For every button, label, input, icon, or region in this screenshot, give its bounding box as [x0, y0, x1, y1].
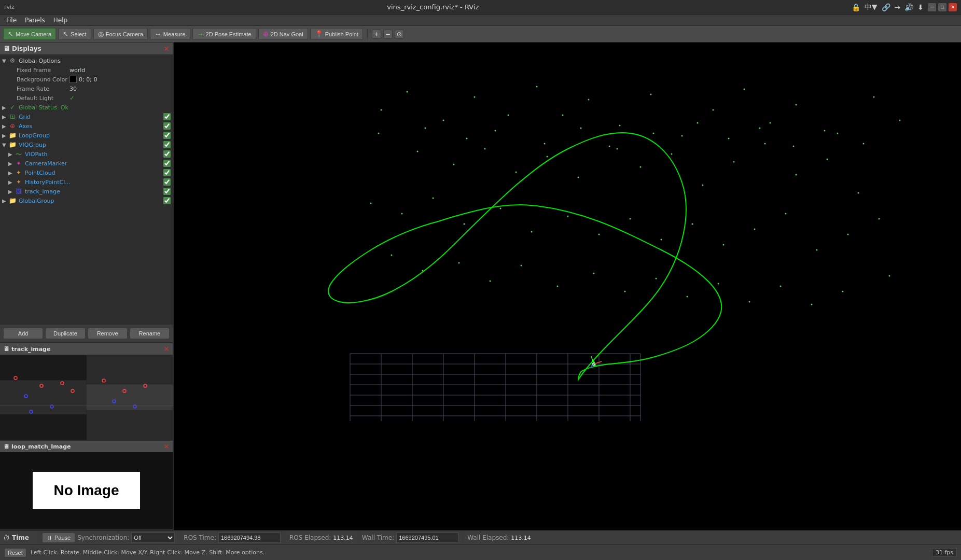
window-controls: ─ □ ✕: [928, 3, 957, 11]
svg-point-38: [453, 164, 455, 165]
svg-point-30: [713, 109, 714, 111]
measure-button[interactable]: ↔ Measure: [150, 28, 190, 40]
fixed-frame-value[interactable]: world: [69, 67, 85, 74]
pause-button[interactable]: ⏸ Pause: [42, 533, 75, 543]
2d-pose-button[interactable]: → 2D Pose Estimate: [192, 28, 256, 40]
default-light-value[interactable]: ✓: [69, 94, 75, 102]
menu-panels[interactable]: Panels: [21, 16, 49, 25]
frame-rate-value[interactable]: 30: [69, 86, 77, 92]
displays-title: Displays: [12, 45, 41, 52]
globalgroup-label: GlobalGroup: [19, 198, 161, 204]
viopath-checkbox[interactable]: [163, 150, 171, 158]
tree-item-loopgroup[interactable]: ▶ 📁 LoopGroup: [0, 131, 173, 140]
svg-point-82: [811, 304, 813, 305]
axes-checkbox[interactable]: [163, 122, 171, 130]
sync-select[interactable]: Off Exact Approximate: [131, 533, 175, 543]
publish-point-button[interactable]: 📍 Publish Point: [310, 28, 363, 40]
image-panels: 🖥 track_image ✕: [0, 343, 173, 530]
select-icon: ↖: [63, 30, 68, 38]
maximize-button[interactable]: □: [938, 3, 946, 11]
background-color-name: Background Color: [2, 76, 69, 83]
default-light-row: Default Light ✓: [0, 93, 173, 103]
zoom-reset-button[interactable]: ⊙: [395, 30, 404, 39]
global-status-icon: ✓: [8, 103, 17, 111]
globalgroup-checkbox[interactable]: [163, 197, 171, 204]
svg-point-27: [619, 125, 621, 127]
svg-point-58: [567, 216, 569, 217]
loop-match-panel-close[interactable]: ✕: [163, 442, 170, 451]
track-image-panel-header-left: 🖥 track_image: [3, 345, 50, 353]
close-button[interactable]: ✕: [949, 3, 957, 11]
svg-point-91: [617, 148, 618, 150]
svg-point-45: [671, 153, 673, 155]
svg-point-71: [458, 262, 460, 264]
tree-item-viopath[interactable]: ▶ ⁓ VIOPath: [0, 149, 173, 159]
background-color-value[interactable]: 0; 0; 0: [79, 76, 97, 83]
loopgroup-checkbox[interactable]: [163, 132, 171, 139]
menu-help[interactable]: Help: [49, 16, 72, 25]
zoom-out-button[interactable]: −: [383, 30, 393, 39]
select-button[interactable]: ↖ Select: [58, 28, 91, 40]
tree-item-viogroup[interactable]: ▼ 📁 VIOGroup: [0, 140, 173, 149]
svg-point-93: [697, 122, 699, 124]
tree-item-axes[interactable]: ▶ ⊕ Axes: [0, 121, 173, 131]
track-image-panel: 🖥 track_image ✕: [0, 343, 173, 441]
background-color-swatch[interactable]: [69, 76, 77, 83]
no-image-label: No Image: [33, 472, 140, 509]
2d-nav-button[interactable]: ⊕ 2D Nav Goal: [258, 28, 308, 40]
publish-point-icon: 📍: [315, 30, 323, 38]
svg-point-79: [718, 283, 719, 285]
historypoint-label: HistoryPointCl...: [25, 179, 161, 186]
titlebar-left: rviz: [4, 4, 15, 10]
tree-item-global-options[interactable]: ▼ ⚙ Global Options: [0, 56, 173, 65]
displays-close-button[interactable]: ✕: [163, 45, 170, 53]
svg-point-57: [531, 231, 533, 233]
add-button[interactable]: Add: [3, 328, 43, 339]
wall-time-input[interactable]: [396, 533, 458, 543]
remove-button[interactable]: Remove: [88, 328, 128, 339]
zoom-in-button[interactable]: +: [372, 30, 381, 39]
svg-point-25: [562, 115, 564, 116]
minimize-button[interactable]: ─: [928, 3, 936, 11]
track-image-panel-title: track_image: [11, 346, 50, 353]
axes-label: Axes: [19, 123, 161, 130]
viogroup-checkbox[interactable]: [163, 141, 171, 148]
svg-point-66: [816, 249, 818, 251]
ros-time-input[interactable]: [218, 533, 281, 543]
tree-item-pointcloud[interactable]: ▶ ✦ PointCloud: [0, 168, 173, 177]
historypoint-checkbox[interactable]: [163, 178, 171, 186]
svg-point-28: [650, 94, 652, 95]
3d-view[interactable]: [174, 43, 961, 530]
cameramarker-checkbox[interactable]: [163, 160, 171, 167]
tree-item-cameramarker[interactable]: ▶ ✦ CameraMarker: [0, 159, 173, 168]
focus-camera-button[interactable]: ◎ Focus Camera: [93, 28, 148, 40]
fixed-frame-row: Fixed Frame world: [0, 65, 173, 75]
grid-checkbox[interactable]: [163, 113, 171, 120]
2d-nav-label: 2D Nav Goal: [271, 31, 303, 37]
viogroup-label: VIOGroup: [19, 142, 161, 148]
2d-pose-label: 2D Pose Estimate: [206, 31, 252, 37]
pointcloud-checkbox[interactable]: [163, 169, 171, 176]
rename-button[interactable]: Rename: [130, 328, 170, 339]
track-image-panel-close[interactable]: ✕: [163, 345, 170, 353]
ros-time-label: ROS Time:: [184, 534, 216, 541]
tree-item-grid[interactable]: ▶ ⊞ Grid: [0, 112, 173, 121]
menu-file[interactable]: File: [2, 16, 21, 25]
tree-item-historypoint[interactable]: ▶ ✦ HistoryPointCl...: [0, 177, 173, 187]
grid-label: Grid: [19, 114, 161, 120]
duplicate-button[interactable]: Duplicate: [45, 328, 85, 339]
wall-elapsed-separator: [463, 533, 463, 543]
tree-item-track-image[interactable]: ▶ 🖼 track_image: [0, 187, 173, 196]
track-image-icon: 🖼: [15, 187, 23, 195]
svg-point-49: [796, 174, 797, 176]
viogroup-expand-icon: ▼: [2, 142, 8, 148]
fixed-frame-name: Fixed Frame: [2, 67, 69, 74]
track-image-checkbox[interactable]: [163, 188, 171, 195]
tree-item-globalgroup[interactable]: ▶ 📁 GlobalGroup: [0, 196, 173, 205]
svg-point-83: [842, 291, 844, 292]
displays-buttons: Add Duplicate Remove Rename: [0, 324, 173, 342]
svg-point-63: [723, 244, 725, 246]
move-camera-button[interactable]: ↖ Move Camera: [3, 28, 56, 40]
axes-icon: ⊕: [8, 122, 17, 130]
reset-button[interactable]: Reset: [4, 548, 26, 557]
